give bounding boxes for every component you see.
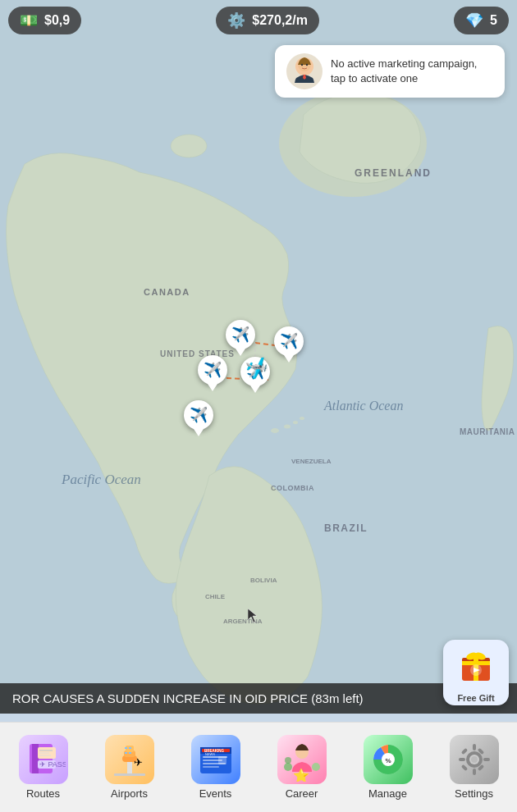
svg-text:COLOMBIA: COLOMBIA: [271, 484, 314, 492]
svg-point-67: [285, 757, 291, 764]
nav-label-airports: Airports: [111, 787, 148, 800]
nav-label-routes: Routes: [26, 787, 60, 800]
svg-text:Atlantic Ocean: Atlantic Ocean: [323, 399, 403, 413]
revenue-pill[interactable]: ⚙️ $270,2/m: [216, 7, 319, 34]
svg-rect-74: [473, 769, 476, 775]
airport-icon-5: ✈️: [184, 400, 213, 430]
svg-point-4: [284, 425, 291, 429]
nav-item-settings[interactable]: Settings: [431, 723, 517, 812]
svg-rect-43: [127, 760, 132, 775]
svg-rect-79: [460, 764, 467, 771]
svg-rect-76: [483, 758, 490, 761]
airport-icon-3: ✈️: [198, 355, 227, 385]
cash-value: $0,9: [44, 13, 70, 28]
manage-icon-wrap: %: [364, 735, 413, 784]
nav-label-career: Career: [286, 787, 318, 800]
svg-rect-77: [460, 748, 467, 755]
svg-point-81: [471, 756, 478, 763]
career-icon-wrap: ⭐: [277, 735, 327, 784]
nav-item-routes[interactable]: ✈ PASS Routes: [0, 723, 86, 812]
cash-icon: 💵: [20, 11, 38, 30]
airports-icon-wrap: ✈: [105, 735, 154, 784]
svg-point-3: [271, 428, 279, 433]
svg-text:ARGENTINA: ARGENTINA: [223, 618, 263, 625]
revenue-icon: ⚙️: [227, 11, 245, 30]
gem-icon: 💎: [465, 11, 483, 30]
events-icon-wrap: BREAKING NEWS: [191, 735, 240, 784]
svg-text:CANADA: CANADA: [144, 287, 190, 297]
nav-label-settings: Settings: [455, 787, 493, 800]
gems-pill[interactable]: 💎 5: [454, 7, 509, 34]
svg-text:✈ PASS: ✈ PASS: [39, 760, 66, 769]
airport-icon-2: ✈️: [274, 326, 304, 356]
airport-pin-3[interactable]: ✈️: [198, 355, 227, 385]
free-gift-label: Free Gift: [457, 693, 494, 703]
airport-icon-1: ✈️: [226, 320, 255, 349]
svg-text:BRAZIL: BRAZIL: [324, 522, 368, 534]
svg-text:Pacific Ocean: Pacific Ocean: [61, 472, 141, 487]
svg-rect-47: [125, 747, 127, 749]
news-ticker: ROR CAUSES A SUDDEN INCREASE IN OID PRIC…: [0, 683, 517, 714]
nav-item-airports[interactable]: ✈ Airports: [86, 723, 172, 812]
map-container[interactable]: Pacific Ocean Atlantic Ocean CANADA UNIT…: [0, 0, 517, 714]
marketing-message: No active marketing campaign, tap to act…: [331, 57, 493, 86]
gems-value: 5: [490, 13, 497, 28]
svg-point-6: [300, 417, 304, 420]
svg-point-5: [293, 421, 298, 424]
svg-rect-49: [125, 752, 127, 754]
news-text: ROR CAUSES A SUDDEN INCREASE IN OID PRIC…: [12, 691, 364, 705]
svg-point-2: [171, 135, 207, 157]
svg-text:⭐: ⭐: [293, 768, 309, 782]
svg-point-24: [301, 64, 303, 66]
gift-icon: [455, 643, 496, 691]
nav-label-manage: Manage: [368, 787, 407, 800]
nav-item-career[interactable]: ⭐ Career: [258, 723, 345, 812]
svg-rect-50: [129, 752, 131, 754]
svg-rect-61: [203, 766, 219, 768]
svg-text:VENEZUELA: VENEZUELA: [291, 458, 332, 465]
svg-point-32: [474, 654, 479, 659]
svg-text:GREENLAND: GREENLAND: [355, 167, 432, 179]
avatar: [286, 53, 323, 89]
svg-rect-51: [114, 773, 145, 776]
nav-item-events[interactable]: BREAKING NEWS Events: [172, 723, 258, 812]
svg-text:MAURITANIA: MAURITANIA: [460, 427, 515, 436]
routes-icon-wrap: ✈ PASS: [19, 735, 68, 784]
svg-text:%: %: [385, 757, 391, 764]
nav-item-manage[interactable]: % Manage: [345, 723, 431, 812]
nav-label-events: Events: [199, 787, 232, 800]
settings-icon-wrap: [450, 735, 499, 784]
airport-pin-2[interactable]: ✈️: [274, 326, 304, 356]
svg-rect-36: [32, 744, 39, 773]
svg-point-25: [306, 64, 308, 66]
svg-text:✈: ✈: [134, 756, 143, 769]
svg-rect-48: [129, 747, 131, 749]
svg-text:CHILE: CHILE: [205, 593, 226, 600]
cash-pill[interactable]: 💵 $0,9: [8, 7, 81, 34]
svg-point-66: [312, 763, 320, 771]
svg-text:NEWS: NEWS: [205, 752, 215, 756]
marketing-banner[interactable]: No active marketing campaign, tap to act…: [275, 45, 505, 98]
revenue-value: $270,2/m: [252, 13, 308, 28]
bottom-nav: ✈ PASS Routes ✈ Airpo: [0, 722, 517, 812]
airport-pin-1[interactable]: ✈️: [226, 320, 255, 349]
svg-rect-73: [473, 744, 476, 750]
svg-point-65: [284, 763, 292, 771]
svg-rect-75: [459, 758, 465, 761]
svg-text:BOLIVIA: BOLIVIA: [250, 577, 277, 584]
airport-pin-5[interactable]: ✈️: [184, 400, 213, 430]
free-gift-button[interactable]: Free Gift: [443, 640, 509, 705]
svg-rect-62: [218, 756, 226, 764]
